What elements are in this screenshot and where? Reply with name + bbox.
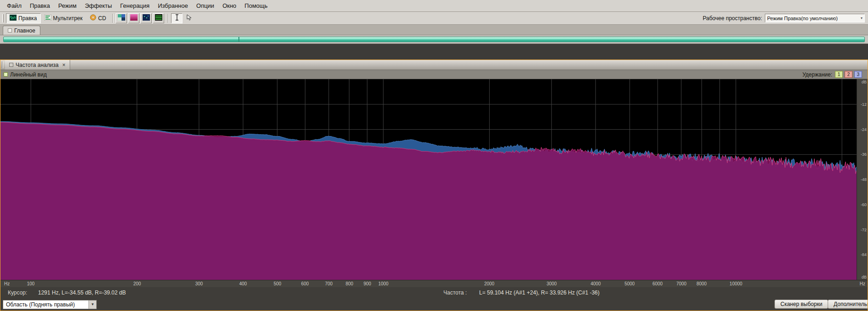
freq-tick-label: 600	[301, 281, 309, 286]
db-tick-label: dB	[862, 275, 867, 279]
tab-main[interactable]: Главное	[3, 26, 40, 35]
db-tick-label: -72	[861, 228, 867, 232]
freq-tick-label: 7000	[676, 281, 686, 286]
toolbar-separator	[112, 14, 113, 23]
freq-tick-label: 4000	[591, 281, 601, 286]
menu-generate[interactable]: Генерация	[116, 1, 154, 11]
toolbar-grip[interactable]	[2, 14, 4, 22]
file-icon	[8, 28, 12, 33]
freq-tick-label: 900	[364, 281, 371, 286]
range-select[interactable]: Область (Поднять правый) ▼	[3, 300, 97, 309]
scrub-tool-button[interactable]	[183, 13, 195, 23]
freq-tick-label: 1000	[378, 281, 388, 286]
advanced-button[interactable]: Дополнительные	[828, 300, 868, 309]
freq-tick-label: 8000	[697, 281, 707, 286]
freq-tick-label: 300	[195, 281, 203, 286]
panel-tab[interactable]: Частота анализа ×	[5, 60, 70, 70]
panel-icon	[9, 63, 13, 67]
freq-tick-label: 100	[27, 281, 35, 286]
edit-view-button[interactable]: Правка	[6, 13, 41, 23]
cursor-label: Курсор:	[8, 289, 27, 296]
freq-tick-label: 2000	[484, 281, 494, 286]
phase-view-button[interactable]	[140, 13, 152, 23]
freq-tick-label: 3000	[547, 281, 557, 286]
db-tick-label: -24	[861, 127, 867, 132]
menu-file[interactable]: Файл	[3, 1, 26, 11]
frequency-value: L= 59.104 Hz (A#1 +24), R= 33.926 Hz (C#…	[479, 289, 599, 296]
menu-options[interactable]: Опции	[192, 1, 218, 11]
waveform-display-button[interactable]	[116, 13, 127, 23]
toolbar: Правка Мультитрек CD	[0, 12, 868, 25]
sample-scanner-button[interactable]: Сканер выборки	[774, 300, 828, 309]
menubar: Файл Правка Режим Эффекты Генерация Избр…	[0, 0, 868, 12]
close-icon[interactable]: ×	[62, 62, 66, 68]
spectral-view-button[interactable]	[128, 13, 139, 23]
panel-grip[interactable]	[2, 61, 3, 68]
quad-view-icon	[118, 14, 125, 22]
frequency-analysis-panel: Частота анализа × Линейный вид Удержание…	[0, 60, 868, 311]
time-selection-tool-button[interactable]	[171, 13, 182, 23]
workspace-background	[0, 44, 868, 59]
lines-view-icon	[155, 14, 162, 22]
db-tick-label: dB	[862, 80, 867, 84]
spectrum-plot[interactable]	[0, 79, 857, 280]
db-tick-label: -48	[861, 177, 867, 182]
ibeam-icon	[174, 14, 180, 22]
file-tabstrip: Главное	[0, 25, 868, 35]
freq-tick-label: 500	[274, 281, 282, 286]
menu-view[interactable]: Режим	[54, 1, 81, 11]
waveform-icon	[10, 15, 17, 22]
multitrack-view-button[interactable]: Мультитрек	[41, 13, 86, 23]
menu-help[interactable]: Помощь	[240, 1, 271, 11]
status-row: Курсор: 1291 Hz, L=-34.55 dB, R=-39.02 d…	[0, 287, 868, 298]
freq-tick-label: 10000	[730, 281, 742, 286]
hz-unit-right: Hz	[860, 281, 865, 286]
hold-button-1[interactable]: 1	[835, 71, 843, 78]
db-tick-label: -84	[861, 252, 867, 257]
menu-effects[interactable]: Эффекты	[81, 1, 116, 11]
pan-bar-divider[interactable]	[238, 37, 239, 42]
freq-tick-label: 700	[325, 281, 333, 286]
pan-zoom-bar[interactable]	[3, 37, 865, 42]
phase-icon	[143, 14, 150, 22]
hold-button-3[interactable]: 3	[854, 71, 862, 78]
db-tick-label: -12	[861, 102, 867, 107]
cursor-value: 1291 Hz, L=-34.55 dB, R=-39.02 dB	[38, 289, 126, 296]
plot-row: dB-12-24-36-48-60-72-84dB	[0, 79, 868, 280]
workspace-select[interactable]: Режим Правка(по умолчанию) ▾	[765, 14, 865, 22]
app-window: Файл Правка Режим Эффекты Генерация Избр…	[0, 0, 868, 59]
panel-subheader: Линейный вид Удержание: 1 2 3	[0, 70, 868, 79]
freq-tick-label: 800	[346, 281, 354, 286]
hz-unit-left: Hz	[4, 281, 10, 286]
hold-label: Удержание:	[802, 71, 832, 78]
multitrack-icon	[44, 15, 51, 22]
workspace-group: Рабочее пространство: Режим Правка(по ум…	[702, 14, 866, 22]
view-mode-label[interactable]: Линейный вид	[10, 71, 47, 78]
spectral-icon	[130, 14, 138, 22]
menu-edit[interactable]: Правка	[26, 1, 54, 11]
cd-view-button[interactable]: CD	[86, 13, 110, 23]
view-mode-icon	[4, 72, 8, 76]
hold-button-2[interactable]: 2	[845, 71, 852, 78]
db-axis: dB-12-24-36-48-60-72-84dB	[857, 79, 868, 280]
cursor-arrow-icon	[186, 14, 192, 22]
chevron-down-icon: ▾	[861, 16, 862, 20]
freq-tick-label: 5000	[625, 281, 635, 286]
frequency-axis: Hz10020030040050060070080090010002000300…	[0, 280, 868, 287]
freq-tick-label: 400	[239, 281, 247, 286]
freq-tick-label: 200	[133, 281, 141, 286]
frequency-label: Частота :	[443, 289, 467, 296]
panel-header: Частота анализа ×	[0, 60, 868, 70]
panel-title: Частота анализа	[16, 62, 59, 68]
db-tick-label: -36	[861, 152, 867, 157]
menu-window[interactable]: Окно	[218, 1, 240, 11]
toolbar-separator	[168, 14, 168, 23]
menu-favorites[interactable]: Избранное	[154, 1, 192, 11]
panel-bottom-bar: Область (Поднять правый) ▼ Сканер выборк…	[0, 298, 868, 311]
chevron-down-icon[interactable]: ▼	[88, 300, 96, 309]
spectral-pan-view-button[interactable]	[153, 13, 164, 23]
workspace-label: Рабочее пространство:	[702, 15, 762, 22]
cd-icon	[90, 14, 96, 22]
freq-tick-label: 6000	[652, 281, 663, 286]
navigation-row	[0, 35, 868, 44]
